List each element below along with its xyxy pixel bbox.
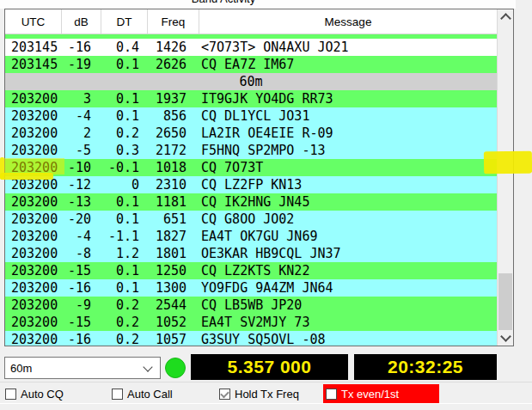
cell-dt: 1.2 [91, 245, 139, 262]
decode-row[interactable]: 203200-90.22544CQ LB5WB JP20 [5, 297, 497, 314]
band-selector-dropdown[interactable]: 60m [4, 357, 161, 379]
checkbox-auto-cq[interactable]: Auto CQ [5, 386, 64, 401]
cell-utc: 203200 [5, 279, 58, 297]
scroll-up-button[interactable] [498, 9, 513, 24]
cell-dt: 0.1 [91, 90, 139, 107]
decode-row[interactable]: 203200-200.1651CQ G8OO JO02 [5, 211, 497, 228]
decode-row[interactable]: 203200-160.11300YO9FDG 9A4ZM JN64 [5, 279, 497, 297]
cell-msg: <7O73T> ON4AXU JO21 [187, 39, 349, 56]
cell-db: -20 [58, 211, 91, 228]
chevron-down-icon [500, 331, 511, 342]
decode-row[interactable]: 203200-130.11181CQ IK2HNG JN45 [5, 193, 497, 211]
column-header-dt: DT [101, 9, 148, 34]
panel-title: Band Activity [155, 0, 292, 5]
cell-utc: 203200 [5, 297, 58, 314]
cell-db: 2 [58, 125, 91, 142]
column-header-freq: Freq [148, 9, 199, 34]
checkbox-row: Auto CQAuto CallHold Tx FreqTx even/1st [0, 382, 532, 404]
cell-msg: LA2IR OE4EIE R-09 [187, 125, 333, 142]
checkmark-icon [220, 389, 229, 398]
checkbox-auto-call[interactable]: Auto Call [112, 386, 173, 401]
cell-msg: G3SUY SQ5OVL -08 [187, 331, 326, 346]
decode-row[interactable]: 20320020.22650LA2IR OE4EIE R-09 [5, 125, 497, 142]
cell-freq: 1018 [139, 159, 187, 176]
decode-row[interactable]: 203200-40.1856CQ DL1YCL JO31 [5, 107, 497, 125]
decode-row-highlighted[interactable]: 203200-10-0.11018CQ 7O73T [5, 159, 497, 176]
checkbox-label: Auto CQ [21, 388, 64, 401]
cell-freq: 2310 [139, 176, 187, 193]
cell-utc: 203200 [5, 228, 58, 245]
cell-db: -15 [58, 314, 91, 331]
scrollbar-thumb[interactable] [498, 273, 512, 330]
cell-freq: 1052 [139, 314, 187, 331]
checkbox-hold-tx-freq[interactable]: Hold Tx Freq [219, 386, 299, 401]
band-activity-rows: 203145-160.41426<7O73T> ON4AXU JO2120314… [5, 34, 497, 346]
checkbox-label: Hold Tx Freq [235, 388, 299, 401]
checkbox-tx-even-1st[interactable]: Tx even/1st [323, 384, 439, 403]
cell-dt: 0.1 [91, 279, 139, 297]
cell-dt: 0.4 [91, 39, 139, 56]
checkbox-unchecked-icon[interactable] [5, 389, 16, 400]
checkbox-checked-icon[interactable] [219, 389, 230, 400]
checkbox-unchecked-icon[interactable] [326, 389, 337, 400]
cell-freq: 1250 [139, 262, 187, 279]
decode-row[interactable]: 20320030.11937IT9GJK YO4DG RR73 [5, 90, 497, 107]
cell-utc: 203200 [5, 176, 58, 193]
cell-utc: 203200 [5, 90, 58, 107]
cell-msg: CQ IK2HNG JN45 [187, 193, 309, 211]
cell-db: -13 [58, 193, 91, 211]
cell-utc: 203200 [5, 211, 58, 228]
cell-msg: CQ DL1YCL JO31 [187, 107, 309, 125]
title-strip: Band Activity [0, 0, 516, 9]
decode-row[interactable]: 203200-1202310CQ LZ2FP KN13 [5, 176, 497, 193]
band-activity-table: UTC dB DT Freq Message 203145-160.41426<… [4, 9, 514, 346]
cell-utc: 203200 [5, 142, 58, 159]
vertical-scrollbar[interactable] [497, 9, 513, 346]
decode-row[interactable]: 203200-150.21052EA4T SV2MJY 73 [5, 314, 497, 331]
checkbox-label: Tx even/1st [341, 388, 399, 401]
cell-msg: YO9FDG 9A4ZM JN64 [187, 279, 333, 297]
cell-utc: 203200 [5, 262, 58, 279]
cell-db: -9 [58, 297, 91, 314]
decode-row[interactable]: 203200-160.21057G3SUY SQ5OVL -08 [5, 331, 497, 346]
cell-msg: EA4T SV2MJY 73 [187, 314, 309, 331]
cell-utc: 203200 [5, 193, 58, 211]
cell-dt: 0.1 [91, 107, 139, 125]
cell-dt: -1.1 [91, 228, 139, 245]
column-header-utc: UTC [5, 9, 62, 34]
cell-db: -4 [58, 228, 91, 245]
cell-msg: F5HNQ SP2MPO -13 [187, 142, 326, 159]
cell-freq: 1181 [139, 193, 187, 211]
cell-msg: CQ LZ2FP KN13 [187, 176, 302, 193]
cell-db: -16 [58, 39, 91, 56]
cell-db: -10 [58, 159, 91, 176]
cell-dt: 0.1 [91, 56, 139, 73]
decode-row[interactable]: 203200-50.32172F5HNQ SP2MPO -13 [5, 142, 497, 159]
cell-db: -12 [58, 176, 91, 193]
scroll-down-button[interactable] [498, 331, 513, 346]
cell-utc: 203200 [5, 125, 58, 142]
decode-row[interactable]: 203145-160.41426<7O73T> ON4AXU JO21 [5, 39, 497, 56]
cell-freq: 2172 [139, 142, 187, 159]
decode-row[interactable]: 203200-81.21801OE3KAR HB9CQL JN37 [5, 245, 497, 262]
cell-freq: 1827 [139, 228, 187, 245]
cell-db: -4 [58, 107, 91, 125]
band-activity-window: Band Activity UTC dB DT Freq Message 203… [0, 0, 532, 410]
band-separator-row[interactable]: 60m [5, 73, 497, 90]
cell-freq: 1801 [139, 245, 187, 262]
cell-dt: 0.2 [91, 331, 139, 346]
decode-row[interactable]: 203200-4-1.11827EA4T OK7GU JN69 [5, 228, 497, 245]
cell-freq: 2544 [139, 297, 187, 314]
cell-dt: 0 [91, 176, 139, 193]
cell-msg: CQ LZ2KTS KN22 [187, 262, 309, 279]
cell-msg: IT9GJK YO4DG RR73 [187, 90, 333, 107]
cell-freq: 1426 [139, 39, 187, 56]
checkbox-unchecked-icon[interactable] [112, 389, 123, 400]
cell-dt: 0.2 [91, 314, 139, 331]
decode-row[interactable]: 203145-190.12626CQ EA7Z IM67 [5, 56, 497, 73]
decode-row[interactable]: 203200-150.11250CQ LZ2KTS KN22 [5, 262, 497, 279]
cell-db: -16 [58, 331, 91, 346]
cell-utc: 203200 [5, 159, 58, 176]
frequency-display: 5.357 000 [191, 354, 348, 380]
cell-db: 3 [58, 90, 91, 107]
